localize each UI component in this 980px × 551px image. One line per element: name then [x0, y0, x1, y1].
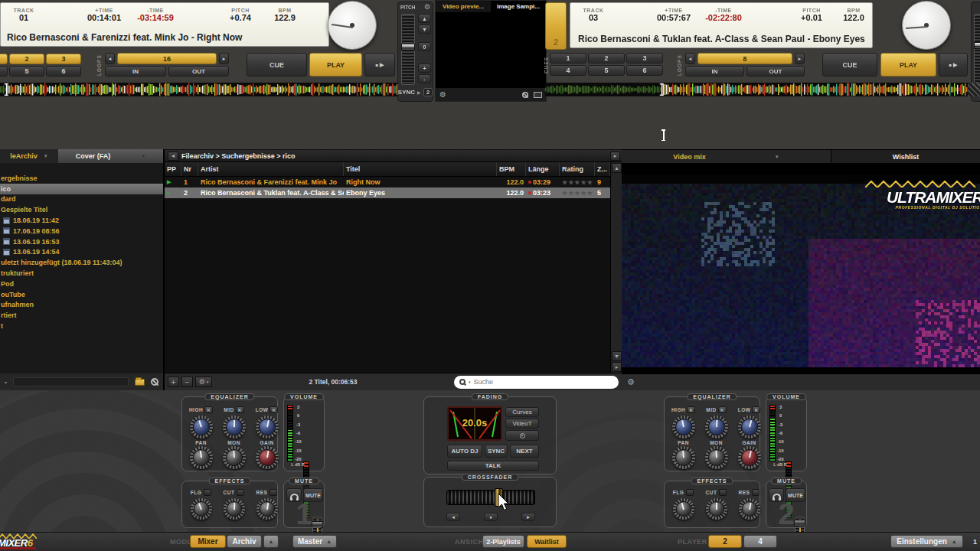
deck2-loop-length-button[interactable]: 8: [697, 53, 792, 64]
col-pp[interactable]: PP: [165, 162, 181, 176]
playlist-settings-button[interactable]: ⚙▾: [195, 377, 212, 387]
add-track-button[interactable]: +: [168, 377, 179, 387]
kill-mid-button[interactable]: K: [718, 406, 727, 413]
deck1-cue-button[interactable]: CUE: [247, 53, 307, 77]
crossfader-slider[interactable]: [446, 490, 535, 505]
tab-file-archive[interactable]: leArchiv▼: [0, 149, 58, 163]
eq-mid-knob[interactable]: [223, 416, 246, 439]
sync-beats-value[interactable]: 2: [423, 88, 433, 96]
search-box[interactable]: ▾: [454, 376, 619, 389]
mixer-mode-button[interactable]: Mixer: [190, 535, 226, 548]
deck2-pitch-slider[interactable]: [974, 14, 980, 85]
deck2-cue-button[interactable]: CUE: [822, 53, 877, 77]
pitch-up-button[interactable]: ▲: [418, 14, 431, 23]
pitch-down-button[interactable]: ▼: [418, 24, 431, 34]
pitch-slider-handle[interactable]: [401, 44, 415, 51]
kill-low-button[interactable]: K: [270, 406, 278, 413]
search-options-caret[interactable]: ▾: [469, 380, 471, 384]
deck1-play-button[interactable]: PLAY: [309, 53, 362, 77]
col-z[interactable]: Z...: [595, 162, 610, 176]
preview-disable-icon[interactable]: [522, 92, 528, 98]
flanger-toggle-button[interactable]: [686, 489, 694, 496]
deck2-cue-4[interactable]: 4: [550, 65, 586, 76]
resonance-toggle-button[interactable]: [270, 489, 277, 496]
eq-high-knob[interactable]: [190, 416, 213, 439]
deck1-loop-next-button[interactable]: ►: [219, 53, 229, 64]
column-settings-button[interactable]: ▸: [612, 362, 622, 372]
view-waitlist-button[interactable]: Waitlist: [527, 535, 567, 548]
transition-preview-button[interactable]: [505, 430, 539, 441]
deck2-loop-in-button[interactable]: IN: [685, 66, 744, 77]
cutoff-knob[interactable]: [224, 498, 245, 520]
resonance-knob[interactable]: [739, 498, 760, 520]
mon-knob[interactable]: [223, 446, 246, 469]
mon-knob[interactable]: [705, 446, 728, 469]
flanger-knob[interactable]: [673, 498, 694, 520]
deck2-waveform[interactable]: [545, 83, 968, 96]
deck1-cue-3[interactable]: 3: [46, 54, 81, 64]
deck1-loop-in-button[interactable]: IN: [105, 66, 166, 77]
tree-item[interactable]: Gespielte Titel: [0, 204, 163, 215]
gain-knob[interactable]: [738, 446, 761, 469]
deck2-cue-2[interactable]: 2: [588, 53, 625, 64]
remove-track-button[interactable]: −: [181, 377, 193, 387]
deck1-jog-wheel[interactable]: [328, 1, 377, 50]
gain-knob[interactable]: [256, 446, 279, 469]
deck2-loop-next-button[interactable]: ►: [795, 53, 805, 64]
deck1-stop-play-button[interactable]: ■▶: [364, 53, 395, 77]
next-button[interactable]: NEXT: [510, 445, 539, 458]
sync-button-center[interactable]: SYNC: [485, 445, 508, 458]
tree-item[interactable]: 13.06.19 14:54: [0, 247, 163, 258]
deck1-cue-6[interactable]: 6: [46, 66, 81, 77]
deck1-cue-2[interactable]: 2: [9, 54, 44, 64]
deck2-loop-prev-button[interactable]: ◄: [685, 53, 695, 64]
talk-button[interactable]: TALK: [447, 461, 539, 471]
cutoff-toggle-button[interactable]: [719, 489, 727, 496]
sync-button[interactable]: SYNC: [398, 89, 415, 96]
archiv-mode-button[interactable]: Archiv: [227, 535, 262, 548]
tree-item[interactable]: ufnahmen: [0, 300, 163, 311]
sidebar-filter-field[interactable]: [13, 377, 129, 386]
eq-high-knob[interactable]: [672, 416, 695, 439]
deck2-cue-3[interactable]: 3: [626, 53, 663, 64]
eq-low-knob[interactable]: [256, 416, 279, 439]
mode-expand-button[interactable]: ▲: [263, 535, 279, 548]
preview-fullscreen-icon[interactable]: [534, 92, 542, 98]
resize-grip[interactable]: [968, 83, 980, 96]
deck2-jog-wheel[interactable]: [902, 1, 951, 50]
kill-mid-button[interactable]: K: [236, 406, 244, 413]
tree-item[interactable]: Pod: [0, 279, 163, 289]
deck2-stop-play-button[interactable]: ■▶: [939, 53, 968, 77]
kill-low-button[interactable]: K: [752, 406, 760, 413]
chevron-down-icon[interactable]: ▾: [5, 380, 7, 385]
col-nr[interactable]: Nr: [181, 162, 198, 176]
col-laenge[interactable]: Länge: [526, 162, 560, 176]
tree-item-selected[interactable]: ico: [0, 184, 163, 194]
deck1-loop-length-button[interactable]: 16: [117, 53, 217, 64]
rating-stars[interactable]: ★★★★★: [560, 179, 595, 186]
col-artist[interactable]: Artist: [198, 162, 344, 176]
deck2-cue-5[interactable]: 5: [588, 65, 625, 76]
playlist-row-2[interactable]: ● 2 Rico Bernasconi & Tuklan feat. A-Cla…: [165, 187, 610, 198]
pan-knob[interactable]: [190, 446, 213, 469]
tree-item[interactable]: 18.06.19 11:42: [0, 215, 163, 226]
deck1-waveform[interactable]: [0, 83, 398, 96]
deck1-cue-5[interactable]: 5: [9, 66, 44, 77]
cutoff-knob[interactable]: [706, 498, 727, 520]
tab-video-preview[interactable]: Video previe...: [436, 1, 491, 12]
view-2playlists-button[interactable]: 2-Playlists: [482, 535, 524, 548]
open-folder-icon[interactable]: [135, 379, 145, 386]
tree-item[interactable]: trukturiert: [0, 268, 163, 279]
pitch-minus-button[interactable]: -: [418, 74, 431, 83]
cutoff-toggle-button[interactable]: [237, 489, 244, 496]
tree-item[interactable]: ouTube: [0, 289, 163, 300]
eq-low-knob[interactable]: [738, 416, 761, 439]
curves-button[interactable]: Curves: [505, 407, 539, 417]
tab-video-mix[interactable]: Video mix ▼: [622, 150, 831, 163]
block-icon[interactable]: [151, 378, 158, 386]
deck1-cue-4[interactable]: 4: [0, 66, 8, 77]
tree-item[interactable]: dard: [0, 194, 163, 205]
flanger-knob[interactable]: [191, 498, 212, 520]
flanger-toggle-button[interactable]: [204, 489, 211, 496]
player-2-button[interactable]: 2: [708, 535, 742, 548]
